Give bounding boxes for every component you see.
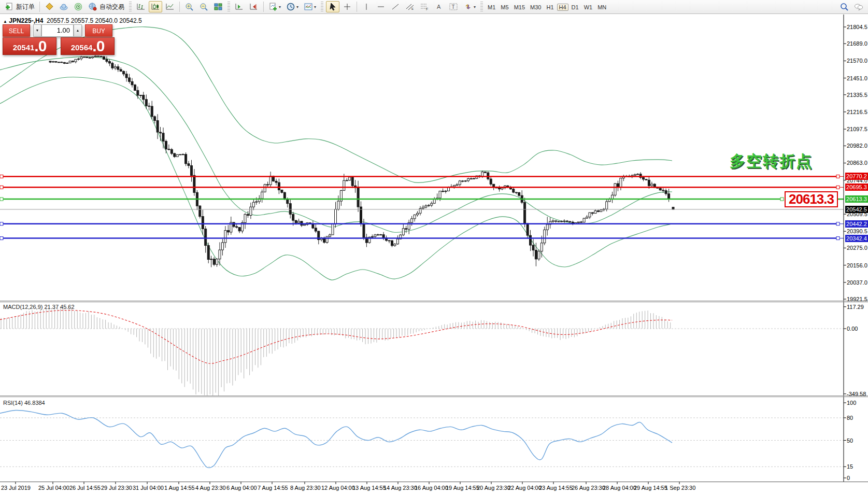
timeframe-M15-button[interactable]: M15 [512, 4, 527, 11]
price-axis-tick: 19921.5 [847, 296, 868, 302]
trendline-tool[interactable] [389, 1, 402, 12]
timeframe-MN-button[interactable]: MN [595, 4, 608, 11]
chat-button[interactable] [852, 1, 865, 12]
templates-dropdown-caret[interactable]: ▾ [314, 5, 316, 9]
svg-text:A: A [437, 4, 441, 10]
time-axis-label: 28 Aug 04:00 [603, 485, 636, 491]
community-button[interactable] [57, 1, 70, 12]
vertical-line-tool[interactable] [360, 1, 373, 12]
timeframe-M30-button[interactable]: M30 [528, 4, 543, 11]
sell-price-display[interactable]: 20541 .0 [3, 37, 56, 55]
arrows-dropdown-caret[interactable]: ▾ [474, 5, 476, 9]
timeframe-bar: M1M5M15M30H1H4D1W1MN [485, 2, 609, 12]
chart-canvas[interactable] [0, 14, 868, 494]
price-badge-20442.2: 20442.2 [845, 220, 868, 228]
rsi-axis-tick: 100 [847, 400, 868, 406]
horizontal-line-tool[interactable] [374, 1, 388, 12]
time-axis-label: 6 Aug 04:00 [226, 485, 257, 491]
tile-windows-button[interactable] [211, 1, 225, 12]
arrows-tool[interactable]: ▾ [461, 1, 478, 12]
timeframe-H1-button[interactable]: H1 [544, 4, 556, 11]
templates-button[interactable]: ▾ [302, 1, 318, 12]
volume-decrease-button[interactable]: ▼ [33, 24, 41, 37]
text-label-tool[interactable]: T [447, 1, 460, 12]
line-chart-style-button[interactable] [163, 1, 177, 12]
cursor-tool-button[interactable] [326, 1, 339, 12]
price-axis-tick: 21570.0 [847, 58, 868, 64]
ohlc-open: 20557.5 [47, 17, 69, 24]
bar-chart-icon [136, 3, 146, 11]
zoom-in-button[interactable] [182, 1, 196, 12]
one-click-trading-panel: SELL ▼ 1.00 ▲ BUY 20541 .0 20564 .0 [3, 24, 115, 55]
buy-button[interactable]: BUY [85, 24, 112, 37]
price-badge-20695.3: 20695.3 [845, 184, 868, 191]
volume-increase-button[interactable]: ▲ [74, 24, 82, 37]
indicators-button[interactable]: ▾ [266, 1, 283, 12]
svg-text:T: T [452, 4, 455, 10]
new-order-icon [5, 3, 14, 11]
bar-chart-style-button[interactable] [134, 1, 148, 12]
crosshair-tool-button[interactable] [340, 1, 354, 12]
horizontal-line-icon [376, 3, 386, 11]
price-callout-label[interactable]: 20613.3 [785, 191, 838, 207]
timeframe-M1-button[interactable]: M1 [486, 4, 497, 11]
sell-price-frac: .0 [34, 39, 46, 53]
chart-annotation-text[interactable]: 多空转折点 [730, 151, 813, 172]
chart-title: ▲ JPN225-,H4 20557.5 20557.5 20540.0 205… [3, 17, 142, 24]
time-axis-label: 29 Jul 23:30 [101, 485, 132, 491]
timeframe-M5-button[interactable]: M5 [499, 4, 510, 11]
time-axis-label: 23 Jul 2019 [1, 485, 31, 491]
chart-shift-button[interactable] [233, 1, 246, 12]
collapse-arrow-icon[interactable]: ▲ [3, 19, 7, 24]
zoom-in-icon [184, 3, 194, 11]
arrows-icon [463, 3, 473, 11]
time-axis-label: 12 Aug 04:00 [321, 485, 355, 491]
new-order-button[interactable]: 新订单 [3, 1, 37, 12]
price-axis-tick: 20863.0 [847, 160, 868, 166]
timeframe-D1-button[interactable]: D1 [570, 4, 581, 11]
time-axis-label: 29 Aug 14:55 [634, 485, 667, 491]
line-chart-icon [165, 3, 175, 11]
rsi-line [0, 410, 672, 468]
price-axis-tick: 20156.0 [847, 262, 868, 269]
time-axis-label: 22 Aug 04:00 [508, 485, 542, 491]
trendline-icon [391, 3, 400, 11]
text-tool[interactable]: A [432, 1, 446, 12]
time-axis-label: 31 Jul 04:00 [133, 485, 164, 491]
timeframe-W1-button[interactable]: W1 [582, 4, 595, 11]
crosshair-icon [343, 3, 352, 11]
time-axis-label: 4 Aug 23:30 [195, 485, 226, 491]
periods-button[interactable]: ▾ [284, 1, 301, 12]
cursor-icon [328, 3, 337, 11]
fibonacci-icon: F [420, 3, 429, 11]
styler-button[interactable] [42, 1, 56, 12]
search-button[interactable] [837, 1, 851, 12]
autotrading-button[interactable]: 自动交易 [86, 1, 126, 12]
price-axis-tick: 20982.0 [847, 143, 868, 149]
sell-button[interactable]: SELL [3, 24, 30, 37]
buy-price-display[interactable]: 20564 .0 [61, 37, 115, 55]
chart-frame [0, 15, 868, 484]
cloud-icon [59, 3, 68, 11]
vertical-line-icon [362, 3, 371, 11]
buy-price-frac: .0 [92, 39, 104, 53]
fibonacci-tool[interactable]: F [418, 1, 431, 12]
time-axis-label: 7 Aug 14:55 [258, 485, 288, 491]
time-axis-label: 23 Aug 14:55 [539, 485, 573, 491]
volume-input[interactable]: 1.00 [41, 24, 74, 37]
time-axis-label: 25 Jul 04:00 [38, 485, 69, 491]
auto-scroll-button[interactable] [247, 1, 261, 12]
channel-tool[interactable]: E [403, 1, 417, 12]
price-axis-tick: 20275.0 [847, 245, 868, 251]
timeframe-H4-button[interactable]: H4 [557, 4, 568, 11]
price-axis-tick: 21216.5 [847, 109, 868, 115]
ohlc-close: 20542.5 [119, 17, 141, 24]
signals-button[interactable] [72, 1, 85, 12]
search-icon [839, 3, 849, 11]
periods-dropdown-caret[interactable]: ▾ [296, 5, 298, 9]
candlestick-style-button[interactable] [149, 1, 162, 12]
time-axis-label: 20 Aug 23:30 [477, 485, 510, 491]
zoom-out-button[interactable] [197, 1, 210, 12]
indicators-dropdown-caret[interactable]: ▾ [279, 5, 281, 9]
template-icon [304, 3, 313, 11]
